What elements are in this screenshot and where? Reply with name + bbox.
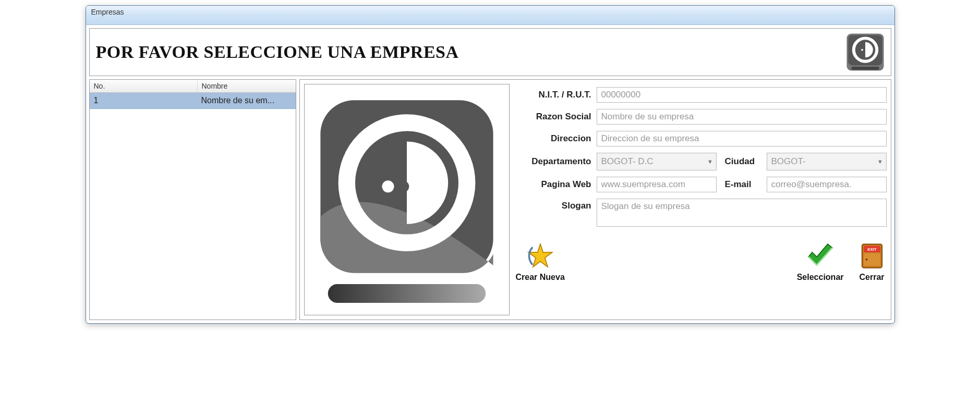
header-panel: POR FAVOR SELECCIONE UNA EMPRESA: [89, 28, 891, 76]
company-list-header[interactable]: No. Nombre: [90, 80, 296, 93]
window-title: Empresas: [91, 8, 124, 16]
window-titlebar[interactable]: Empresas: [86, 6, 894, 25]
app-logo-icon: [846, 33, 885, 71]
svg-rect-9: [328, 284, 485, 303]
window-empresas: Empresas POR FAVOR SELECCIONE UNA EMPRES…: [86, 5, 895, 324]
label-departamento: Departamento: [516, 156, 591, 167]
details-panel: N.I.T. / R.U.T. Razon Social Direccion D…: [299, 79, 891, 320]
cerrar-button[interactable]: EXIT Cerrar: [857, 241, 887, 282]
company-logo-preview[interactable]: [304, 84, 510, 315]
email-field[interactable]: [767, 177, 887, 192]
cell-nombre: Nombre de su em...: [197, 95, 296, 106]
client-area: POR FAVOR SELECCIONE UNA EMPRESA No. No: [86, 25, 894, 323]
svg-point-8: [397, 180, 409, 192]
page-title: POR FAVOR SELECCIONE UNA EMPRESA: [96, 42, 459, 62]
razon-social-field[interactable]: [597, 109, 887, 125]
crear-nueva-label: Crear Nueva: [516, 273, 565, 282]
label-email: E-mail: [722, 179, 761, 190]
label-ciudad: Ciudad: [722, 156, 761, 167]
label-web: Pagina Web: [516, 179, 591, 190]
company-list-body: 1 Nombre de su em...: [90, 93, 296, 320]
seleccionar-label: Seleccionar: [797, 273, 844, 282]
departamento-value: BOGOT- D.C: [597, 156, 705, 167]
check-icon: [806, 241, 835, 271]
departamento-select[interactable]: BOGOT- D.C ▼: [597, 153, 717, 170]
ciudad-value: BOGOT-: [767, 156, 875, 167]
svg-point-3: [861, 49, 863, 51]
label-nit: N.I.T. / R.U.T.: [516, 90, 591, 100]
nit-field[interactable]: [597, 87, 887, 103]
slogan-field[interactable]: [597, 199, 887, 227]
svg-point-14: [865, 259, 867, 261]
ciudad-select[interactable]: BOGOT- ▼: [767, 153, 887, 170]
label-slogan: Slogan: [516, 199, 591, 211]
form-area: N.I.T. / R.U.T. Razon Social Direccion D…: [516, 84, 887, 315]
cell-no: 1: [90, 95, 197, 106]
seleccionar-button[interactable]: Seleccionar: [797, 241, 844, 282]
chevron-down-icon: ▼: [875, 158, 886, 165]
star-icon: [526, 241, 555, 271]
column-header-nombre[interactable]: Nombre: [198, 80, 296, 92]
svg-rect-4: [851, 67, 879, 70]
web-field[interactable]: [597, 177, 717, 192]
label-razon: Razon Social: [516, 112, 591, 122]
chevron-down-icon: ▼: [705, 158, 716, 165]
svg-text:EXIT: EXIT: [867, 247, 877, 252]
cerrar-label: Cerrar: [859, 273, 884, 282]
label-direccion: Direccion: [516, 133, 591, 144]
exit-door-icon: EXIT: [857, 241, 887, 271]
table-row[interactable]: 1 Nombre de su em...: [90, 93, 296, 109]
column-header-no[interactable]: No.: [90, 80, 198, 92]
crear-nueva-button[interactable]: Crear Nueva: [516, 241, 565, 282]
direccion-field[interactable]: [597, 131, 887, 146]
svg-point-7: [382, 180, 394, 192]
company-list-panel: No. Nombre 1 Nombre de su em...: [89, 79, 296, 320]
